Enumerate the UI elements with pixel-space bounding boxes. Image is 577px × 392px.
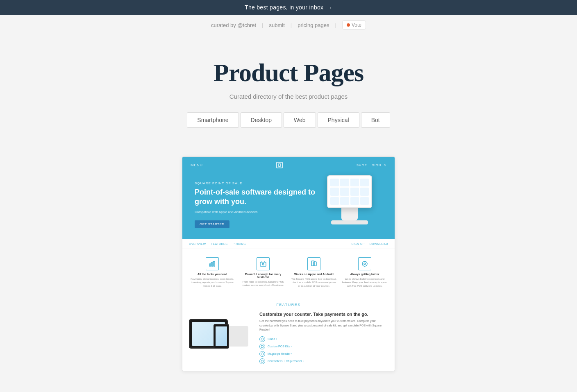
- sq-nav-signup[interactable]: SIGN UP: [351, 242, 364, 245]
- sq-feature-desc-2: From retail to bakeries, Square's POS sy…: [240, 280, 286, 287]
- hero-section: Product Pages Curated directory of the b…: [0, 34, 577, 156]
- sq-product-link-stand[interactable]: Stand ›: [259, 336, 388, 342]
- filter-tabs: Smartphone Desktop Web Physical Bot: [8, 112, 569, 128]
- sq-hero-desc: Compatible with Apple and Android device…: [195, 210, 317, 214]
- device-phone: [214, 324, 229, 349]
- sq-hero: MENU SHOP SIGN IN Square Point of Sale P…: [182, 157, 395, 239]
- sq-link-icon-stand: [259, 336, 265, 342]
- curated-by-link[interactable]: curated by @tchret: [211, 22, 256, 28]
- sq-link-icon-magstripe: [259, 351, 265, 357]
- sq-nav-features[interactable]: FEATURES: [211, 242, 228, 245]
- sq-link-chip-label: Contactless + Chip Reader ›: [268, 360, 304, 363]
- device-square-reader: [228, 326, 248, 347]
- sq-feature-desc-3: The Square POS app is free to download. …: [291, 277, 337, 288]
- pos-icon-12: [360, 197, 369, 205]
- filter-bot[interactable]: Bot: [361, 112, 390, 128]
- pos-icon-9: [330, 197, 339, 205]
- sq-feature-3: Works on Apple and Android The Square PO…: [291, 257, 337, 288]
- sq-feature-icon-3: [307, 257, 320, 270]
- svg-point-17: [261, 360, 264, 363]
- sq-feature-icon-2: [257, 257, 270, 270]
- filter-web[interactable]: Web: [284, 112, 316, 128]
- pos-stand: [341, 208, 358, 220]
- filter-desktop[interactable]: Desktop: [241, 112, 282, 128]
- pos-icon-8: [360, 188, 369, 195]
- sq-hero-cta[interactable]: GET STARTED: [195, 220, 229, 228]
- preview-area: MENU SHOP SIGN IN Square Point of Sale P…: [0, 156, 577, 387]
- svg-point-8: [362, 261, 367, 266]
- sq-feature-4: Always getting better We're always build…: [341, 257, 388, 288]
- sq-product-link-magstripe[interactable]: Magstripe Reader ›: [259, 351, 388, 357]
- svg-rect-3: [214, 261, 215, 266]
- sq-product-links: Stand › Custom POS Kits ›: [259, 336, 388, 364]
- sq-feature-title-1: All the tools you need: [189, 273, 236, 276]
- pos-icon-1: [330, 179, 339, 186]
- sq-section-label: FEATURES: [189, 303, 388, 307]
- sq-hero-label: Square Point of Sale: [195, 181, 317, 185]
- pos-icon-3: [350, 179, 359, 186]
- svg-point-15: [261, 345, 264, 348]
- pos-icon-2: [340, 179, 349, 186]
- sq-features-section: FEATURES Customize your counter. Take pa…: [182, 296, 395, 371]
- sub-header: curated by @tchret | submit | pricing pa…: [0, 15, 577, 34]
- svg-point-5: [262, 263, 264, 265]
- sq-product-link-chip[interactable]: Contactless + Chip Reader ›: [259, 358, 388, 364]
- pos-icon-11: [350, 197, 359, 205]
- filter-smartphone[interactable]: Smartphone: [187, 112, 239, 128]
- svg-rect-7: [313, 262, 316, 266]
- sq-nav-download[interactable]: DOWNLOAD: [370, 242, 388, 245]
- sq-product-link-kits[interactable]: Custom POS Kits ›: [259, 344, 388, 349]
- sq-product-devices: [189, 312, 254, 349]
- pos-terminal: [327, 175, 372, 224]
- sep-3: |: [335, 22, 336, 28]
- sq-nav-shop: SHOP: [357, 163, 367, 167]
- sq-feature-2: Powerful enough for every business From …: [240, 257, 286, 288]
- pricing-pages-link[interactable]: pricing pages: [298, 22, 329, 28]
- sq-hero-nav: MENU SHOP SIGN IN: [182, 162, 395, 168]
- page-subtitle: Curated directory of the best product pa…: [8, 93, 569, 100]
- sq-feature-desc-4: We're always building new tools and feat…: [341, 277, 388, 288]
- sq-link-magstripe-label: Magstripe Reader ›: [268, 352, 292, 355]
- sq-feature-title-3: Works on Apple and Android: [291, 273, 337, 276]
- sq-product-text: Customize your counter. Take payments on…: [259, 312, 388, 364]
- sq-logo: [276, 162, 283, 168]
- svg-point-14: [261, 338, 264, 340]
- preview-card: MENU SHOP SIGN IN Square Point of Sale P…: [182, 156, 395, 371]
- filter-physical[interactable]: Physical: [318, 112, 359, 128]
- sq-features-bar-right: SIGN UP DOWNLOAD: [351, 242, 388, 245]
- svg-point-16: [261, 353, 264, 355]
- sq-feature-icon-4: [358, 257, 371, 270]
- top-banner: The best pages, in your inbox →: [0, 0, 577, 15]
- sq-nav-pricing[interactable]: PRICING: [232, 242, 246, 245]
- pos-icon-7: [350, 188, 359, 195]
- banner-text: The best pages, in your inbox: [245, 4, 323, 11]
- sq-nav-signin: SIGN IN: [372, 163, 386, 167]
- sq-device: [317, 169, 382, 224]
- svg-rect-1: [209, 264, 211, 266]
- sq-nav-right: SHOP SIGN IN: [357, 163, 386, 167]
- pos-icon-10: [340, 197, 349, 205]
- sq-nav-overview[interactable]: OVERVIEW: [189, 242, 206, 245]
- sq-link-icon-chip: [259, 358, 265, 364]
- sq-hero-title: Point-of-sale software designed to grow …: [195, 188, 317, 207]
- phone-screen: [216, 326, 227, 346]
- submit-link[interactable]: submit: [269, 22, 284, 28]
- sq-product-title: Customize your counter. Take payments on…: [259, 312, 388, 317]
- sq-feature-title-2: Powerful enough for every business: [240, 273, 286, 279]
- svg-rect-2: [211, 263, 213, 266]
- sq-feature-1: All the tools you need Payments, digital…: [189, 257, 236, 288]
- pos-base: [331, 220, 368, 224]
- sq-nav-menu: MENU: [191, 163, 203, 167]
- svg-point-9: [364, 263, 366, 265]
- sq-feature-icon-1: [206, 257, 219, 270]
- sq-link-icon-kits: [259, 344, 265, 349]
- page-title: Product Pages: [8, 58, 569, 87]
- vote-label: Vote: [352, 22, 361, 28]
- sq-hero-content: Square Point of Sale Point-of-sale softw…: [195, 169, 317, 228]
- svg-rect-0: [278, 164, 281, 166]
- sq-feature-title-4: Always getting better: [341, 273, 388, 276]
- sq-features-grid: All the tools you need Payments, digital…: [182, 249, 395, 296]
- sq-feature-desc-1: Payments, digital receipts, open tickets…: [189, 277, 236, 288]
- vote-button[interactable]: Vote: [342, 20, 366, 29]
- pos-icon-4: [360, 179, 369, 186]
